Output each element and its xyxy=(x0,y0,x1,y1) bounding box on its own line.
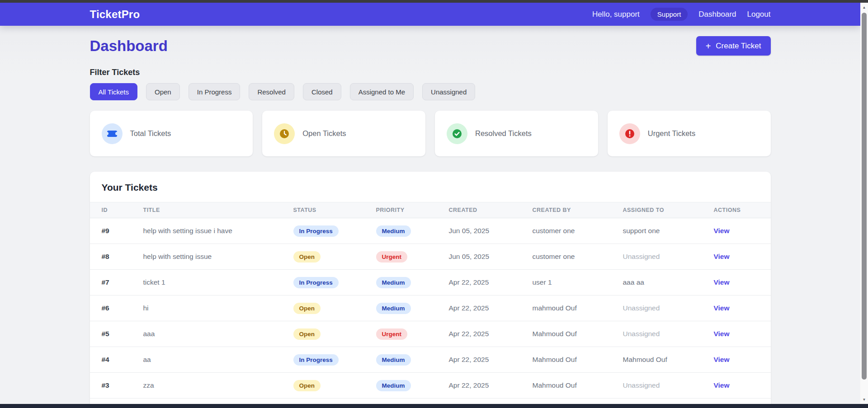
table-row: #8help with setting issueOpenUrgentJun 0… xyxy=(90,244,771,270)
created-date: Apr 22, 2025 xyxy=(437,373,521,399)
scroll-up-arrow-icon[interactable]: ▲ xyxy=(860,4,868,11)
status-cell: In Progress xyxy=(282,270,364,295)
filter-button-group: All TicketsOpenIn ProgressResolvedClosed… xyxy=(90,83,771,100)
stat-card-label: Urgent Tickets xyxy=(648,129,695,138)
table-row: #7ticket 1In ProgressMediumApr 22, 2025u… xyxy=(90,270,771,295)
status-badge: In Progress xyxy=(293,354,339,366)
table-body: #9help with setting issue i haveIn Progr… xyxy=(90,218,771,408)
status-cell: Open xyxy=(282,321,364,347)
column-header-priority: PRIORITY xyxy=(364,202,437,218)
create-ticket-label: Create Ticket xyxy=(716,42,761,51)
stat-card-label: Resolved Tickets xyxy=(475,129,532,138)
window-bottom-edge xyxy=(0,404,868,408)
created-by: user 1 xyxy=(521,270,611,295)
actions-cell: View xyxy=(702,347,771,373)
filter-button-closed[interactable]: Closed xyxy=(303,83,341,100)
view-ticket-link[interactable]: View xyxy=(714,253,730,260)
filter-button-open[interactable]: Open xyxy=(146,83,180,100)
user-greeting: Hello, support xyxy=(592,10,640,19)
filter-button-assigned-to-me[interactable]: Assigned to Me xyxy=(350,83,414,100)
view-ticket-link[interactable]: View xyxy=(714,330,730,338)
filter-button-resolved[interactable]: Resolved xyxy=(249,83,294,100)
priority-cell: Urgent xyxy=(364,244,437,270)
column-header-created-by: CREATED BY xyxy=(521,202,611,218)
priority-cell: Medium xyxy=(364,373,437,399)
assigned-to: Mahmoud Ouf xyxy=(611,347,702,373)
actions-cell: View xyxy=(702,244,771,270)
ticket-id: #4 xyxy=(90,347,132,373)
created-by: Mahmoud Ouf xyxy=(521,347,611,373)
status-badge: Open xyxy=(293,251,321,263)
actions-cell: View xyxy=(702,295,771,321)
status-cell: Open xyxy=(282,244,364,270)
priority-cell: Medium xyxy=(364,270,437,295)
priority-badge: Medium xyxy=(376,225,411,237)
stat-card-open-tickets: Open Tickets xyxy=(262,111,425,156)
table-row: #4aaIn ProgressMediumApr 22, 2025Mahmoud… xyxy=(90,347,771,373)
view-ticket-link[interactable]: View xyxy=(714,304,730,312)
view-ticket-link[interactable]: View xyxy=(714,278,730,286)
column-header-status: STATUS xyxy=(282,202,364,218)
ticket-title: help with setting issue i have xyxy=(132,218,282,244)
stat-card-label: Open Tickets xyxy=(302,129,346,138)
priority-badge: Urgent xyxy=(376,328,408,340)
ticket-id: #3 xyxy=(90,373,132,399)
navbar: TicketPro Hello, support Support Dashboa… xyxy=(0,3,860,26)
created-by: mahmoud Ouf xyxy=(521,295,611,321)
ticket-title: zza xyxy=(132,373,282,399)
status-cell: In Progress xyxy=(282,218,364,244)
alert-circle-icon xyxy=(619,123,640,144)
actions-cell: View xyxy=(702,321,771,347)
created-by: customer one xyxy=(521,218,611,244)
stat-card-urgent-tickets: Urgent Tickets xyxy=(608,111,771,156)
table-row: #6hiOpenMediumApr 22, 2025mahmoud OufUna… xyxy=(90,295,771,321)
assigned-to: aaa aa xyxy=(611,270,702,295)
created-by: customer one xyxy=(521,244,611,270)
window-top-edge xyxy=(0,0,868,3)
status-badge: Open xyxy=(293,328,321,340)
role-badge: Support xyxy=(651,8,688,21)
stat-card-label: Total Tickets xyxy=(130,129,171,138)
plus-icon: + xyxy=(706,42,711,51)
ticket-id: #5 xyxy=(90,321,132,347)
ticket-title: aa xyxy=(132,347,282,373)
ticket-icon xyxy=(102,123,123,144)
tickets-section-title: Your Tickets xyxy=(90,172,771,202)
assigned-to: Unassigned xyxy=(611,295,702,321)
created-date: Apr 22, 2025 xyxy=(437,347,521,373)
tickets-table: IDTITLESTATUSPRIORITYCREATEDCREATED BYAS… xyxy=(90,202,771,408)
ticket-title: ticket 1 xyxy=(132,270,282,295)
priority-cell: Medium xyxy=(364,295,437,321)
scroll-down-arrow-icon[interactable]: ▼ xyxy=(860,396,868,403)
actions-cell: View xyxy=(702,373,771,399)
create-ticket-button[interactable]: + Create Ticket xyxy=(696,36,771,56)
check-circle-icon xyxy=(447,123,467,144)
column-header-assigned-to: ASSIGNED TO xyxy=(611,202,702,218)
page: TicketPro Hello, support Support Dashboa… xyxy=(0,3,860,408)
actions-cell: View xyxy=(702,270,771,295)
view-ticket-link[interactable]: View xyxy=(714,381,730,389)
tickets-panel: Your Tickets IDTITLESTATUSPRIORITYCREATE… xyxy=(90,172,771,408)
table-header: IDTITLESTATUSPRIORITYCREATEDCREATED BYAS… xyxy=(90,202,771,218)
priority-cell: Medium xyxy=(364,347,437,373)
scrollbar-thumb[interactable] xyxy=(862,13,867,380)
view-ticket-link[interactable]: View xyxy=(714,356,730,363)
ticket-id: #8 xyxy=(90,244,132,270)
assigned-to: Unassigned xyxy=(611,321,702,347)
status-badge: In Progress xyxy=(293,277,339,288)
page-title: Dashboard xyxy=(90,38,168,55)
created-by: Mahmoud Ouf xyxy=(521,373,611,399)
filter-button-all-tickets[interactable]: All Tickets xyxy=(90,83,138,100)
column-header-title: TITLE xyxy=(132,202,282,218)
filter-button-unassigned[interactable]: Unassigned xyxy=(422,83,475,100)
priority-cell: Medium xyxy=(364,218,437,244)
created-date: Jun 05, 2025 xyxy=(437,218,521,244)
nav-link-dashboard[interactable]: Dashboard xyxy=(698,10,736,19)
view-ticket-link[interactable]: View xyxy=(714,227,730,234)
nav-link-logout[interactable]: Logout xyxy=(747,10,771,19)
status-badge: In Progress xyxy=(293,225,339,237)
vertical-scrollbar[interactable]: ▲ ▼ xyxy=(860,3,868,404)
assigned-to: Unassigned xyxy=(611,373,702,399)
filter-button-in-progress[interactable]: In Progress xyxy=(189,83,241,100)
status-cell: Open xyxy=(282,295,364,321)
